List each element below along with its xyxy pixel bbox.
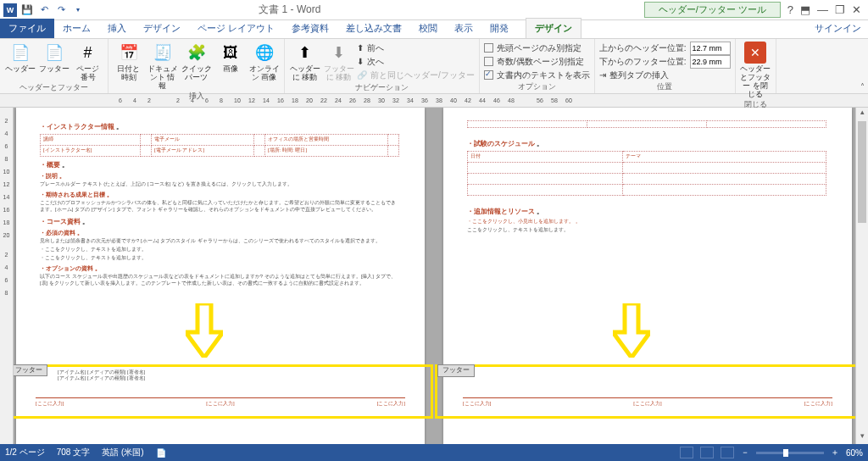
tab-mailings[interactable]: 差し込み文書 <box>337 19 410 38</box>
link-prev-button[interactable]: 🔗前と同じヘッダー/フッター <box>357 69 475 81</box>
tab-design[interactable]: デザイン <box>135 19 189 38</box>
quickparts-button[interactable]: 🧩クイック パーツ <box>181 42 212 82</box>
undo-icon[interactable]: ↶ <box>37 3 51 17</box>
opt-show-doc-text[interactable]: 文書内のテキストを表示 <box>484 69 590 81</box>
header-icon: 📄 <box>9 42 31 64</box>
heading: ・インストラクター情報 。 <box>40 123 399 131</box>
group-header-footer: 📄ヘッダー 📄フッター #ページ 番号 ヘッダーとフッター <box>0 39 108 93</box>
footer-button[interactable]: 📄フッター <box>38 42 70 74</box>
tab-hf-design[interactable]: デザイン <box>526 18 581 38</box>
picture-button[interactable]: 🖼画像 <box>214 42 246 74</box>
subheading: ・説明 。 <box>40 172 399 180</box>
body-text: ・ここをクリックし、小見出しを追加します。 。 <box>467 219 826 225</box>
zoom-level[interactable]: 60% <box>846 448 863 458</box>
status-page[interactable]: 1/2 ページ <box>5 447 45 458</box>
status-word-count[interactable]: 708 文字 <box>57 447 90 458</box>
tab-layout[interactable]: ページ レイアウト <box>189 19 283 38</box>
datetime-button[interactable]: 📅日付と 時刻 <box>113 42 144 82</box>
tab-review[interactable]: 校閲 <box>410 19 446 38</box>
view-read-mode-icon[interactable] <box>700 447 714 458</box>
zoom-slider[interactable] <box>756 452 824 454</box>
footer-entry[interactable]: [ここに入力] <box>463 401 491 408</box>
heading: ・コース資料 。 <box>40 218 399 226</box>
tab-insert[interactable]: 挿入 <box>99 19 135 38</box>
scrollbar-thumb[interactable] <box>858 121 866 223</box>
header-from-top-label: 上からのヘッダー位置: <box>599 42 687 54</box>
goto-footer-button[interactable]: ⬇フッターに 移動 <box>323 42 354 82</box>
footer-tag[interactable]: フッター <box>437 364 475 376</box>
instructor-table: 講師電子メールオフィスの場所と営業時間[インストラクター名][電子メール アドレ… <box>40 134 399 157</box>
footer-entry[interactable]: [ここに入力] <box>36 401 64 408</box>
exam-table: 日付テーマ <box>467 151 826 195</box>
opt-odd-even-diff[interactable]: 奇数/偶数ページ別指定 <box>484 55 584 68</box>
scroll-up-icon[interactable]: ▴ <box>856 108 868 120</box>
title-bar: W 💾 ↶ ↷ ▾ 文書 1 - Word ヘッダー/フッター ツール ? ⬒ … <box>0 0 868 20</box>
blank-table <box>467 120 826 128</box>
header-from-top-input[interactable] <box>690 42 731 55</box>
picture-icon: 🖼 <box>220 42 242 64</box>
calendar-icon: 📅 <box>118 42 140 64</box>
footer-entry[interactable]: [ここに入力] <box>804 401 832 408</box>
prev-section-button[interactable]: ⬆前へ <box>357 42 475 54</box>
next-section-button[interactable]: ⬇次へ <box>357 55 475 68</box>
docinfo-icon: 🧾 <box>152 42 174 64</box>
opt-first-page-diff[interactable]: 先頭ページのみ別指定 <box>484 42 581 54</box>
status-bar: 1/2 ページ 708 文字 英語 (米国) 📄 － ＋ 60% <box>0 444 868 461</box>
header-button[interactable]: 📄ヘッダー <box>4 42 36 74</box>
group-label-insert: 挿入 <box>113 91 280 102</box>
save-icon[interactable]: 💾 <box>20 3 34 17</box>
page1-footer-highlight: フッター [アイテム名] [メディアの種類] [著者名][アイテム名] [メディ… <box>14 364 433 419</box>
tab-references[interactable]: 参考資料 <box>283 19 337 38</box>
group-close: ✕ヘッダーとフッター を閉じる 閉じる <box>736 39 776 93</box>
zoom-in-icon[interactable]: ＋ <box>831 447 839 458</box>
checkbox-icon <box>484 57 493 66</box>
onlinepic-icon: 🌐 <box>253 42 275 64</box>
status-language[interactable]: 英語 (米国) <box>102 447 143 458</box>
group-label-options: オプション <box>484 81 590 92</box>
vertical-ruler[interactable]: 24681012141618202468 <box>0 108 14 444</box>
docinfo-button[interactable]: 🧾ドキュメント 情報 <box>147 42 178 91</box>
heading: ・追加情報とリソース 。 <box>467 208 826 216</box>
close-hf-button[interactable]: ✕ヘッダーとフッター を閉じる <box>740 42 771 99</box>
word-app-icon[interactable]: W <box>3 3 17 17</box>
tab-developer[interactable]: 開発 <box>481 19 517 38</box>
window-controls: ? ⬒ — ❐ ✕ <box>781 3 868 16</box>
footer-tag[interactable]: フッター <box>14 364 47 376</box>
tab-file[interactable]: ファイル <box>0 19 54 38</box>
vertical-scrollbar[interactable]: ▴ ▾ <box>855 108 868 444</box>
zoom-out-icon[interactable]: － <box>741 447 749 458</box>
pagenum-button[interactable]: #ページ 番号 <box>72 42 103 82</box>
help-icon[interactable]: ? <box>787 3 793 16</box>
footer-icon: 📄 <box>43 42 65 64</box>
workspace: 24681012141618202468 ・インストラクター情報 。 講師電子メ… <box>0 108 868 444</box>
qat-dropdown-icon[interactable]: ▾ <box>71 3 85 17</box>
restore-icon[interactable]: ❐ <box>835 3 845 16</box>
footer-from-bottom-input[interactable] <box>690 55 731 69</box>
minimize-icon[interactable]: — <box>817 3 828 16</box>
onlinepic-button[interactable]: 🌐オンライン 画像 <box>248 42 280 82</box>
page-2[interactable]: ・試験のスケジュール 。 日付テーマ ・追加情報とリソース 。 ・ここをクリック… <box>443 108 852 444</box>
goto-header-icon: ⬆ <box>294 42 316 64</box>
group-label-position: 位置 <box>599 81 731 92</box>
status-insert[interactable]: 📄 <box>156 448 166 458</box>
body-text: ここをクリックし、テキストを追加します。 <box>467 227 826 234</box>
footer-entry[interactable]: [ここに入力] <box>206 401 234 408</box>
footer-entry[interactable]: [ここに入力] <box>377 401 405 408</box>
scroll-down-icon[interactable]: ▾ <box>856 431 868 444</box>
view-print-layout-icon[interactable] <box>680 447 693 458</box>
page-1[interactable]: ・インストラクター情報 。 講師電子メールオフィスの場所と営業時間[インストラク… <box>16 108 425 444</box>
align-tab-button[interactable]: ⇥整列タブの挿入 <box>599 69 669 81</box>
view-web-layout-icon[interactable] <box>721 447 734 458</box>
group-label-hf: ヘッダーとフッター <box>4 82 103 93</box>
tab-home[interactable]: ホーム <box>54 19 99 38</box>
signin-link[interactable]: サインイン <box>808 19 868 38</box>
goto-header-button[interactable]: ⬆ヘッダーに 移動 <box>289 42 320 82</box>
tab-view[interactable]: 表示 <box>446 19 481 38</box>
close-x-icon: ✕ <box>744 42 766 64</box>
redo-icon[interactable]: ↷ <box>54 3 68 17</box>
ribbon-display-icon[interactable]: ⬒ <box>800 3 810 16</box>
close-icon[interactable]: ✕ <box>852 3 861 16</box>
footer-entry[interactable]: [ここに入力] <box>633 401 661 408</box>
checkbox-icon <box>484 43 493 53</box>
collapse-ribbon-icon[interactable]: ˄ <box>860 82 865 92</box>
